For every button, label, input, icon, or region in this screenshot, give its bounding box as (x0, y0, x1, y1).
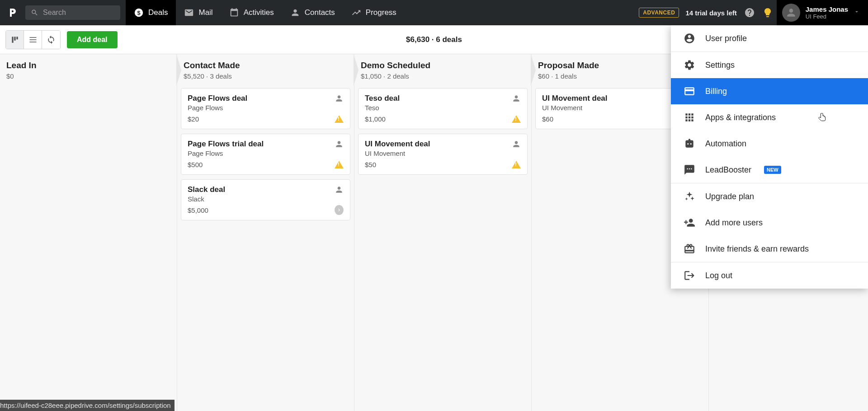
menu-item-billing[interactable]: Billing (671, 78, 868, 104)
menu-item-log-out[interactable]: Log out (671, 262, 868, 289)
menu-item-label: Upgrade plan (705, 192, 754, 201)
deal-organization: Page Flows (188, 149, 344, 157)
warning-icon (335, 115, 344, 123)
menu-item-add-more-users[interactable]: Add more users (671, 210, 868, 236)
person-icon (290, 8, 300, 18)
menu-item-apps-integrations[interactable]: Apps & integrations (671, 104, 868, 131)
owner-icon (335, 185, 344, 195)
trend-icon (351, 8, 361, 18)
menu-item-label: LeadBooster (705, 165, 751, 175)
deal-card[interactable]: UI Movement deal UI Movement $50 (358, 134, 528, 175)
card-icon (684, 85, 695, 97)
menu-item-upgrade-plan[interactable]: Upgrade plan (671, 183, 868, 210)
owner-icon (335, 140, 344, 149)
calendar-icon (229, 8, 239, 18)
deal-status[interactable] (335, 206, 344, 215)
avatar (782, 4, 800, 22)
sparkle-icon (684, 191, 695, 202)
deal-status[interactable] (512, 160, 521, 169)
help-button[interactable] (741, 7, 759, 18)
deal-card[interactable]: Slack deal Slack $5,000 (181, 179, 350, 220)
deal-value: $500 (188, 161, 203, 168)
main-nav: Deals Mail Activities Contacts Progress (126, 0, 405, 25)
mail-icon (184, 8, 194, 18)
forecast-view-button[interactable] (42, 31, 60, 49)
deal-title: Slack deal (188, 185, 344, 194)
search-input[interactable] (43, 9, 115, 17)
menu-item-leadbooster[interactable]: LeadBoosterNEW (671, 157, 868, 183)
cards-container: Page Flows deal Page Flows $20 Page Flow… (177, 84, 354, 224)
deal-title: UI Movement deal (365, 140, 521, 149)
nav-mail[interactable]: Mail (176, 0, 221, 25)
nav-deals[interactable]: Deals (126, 0, 176, 25)
list-view-button[interactable] (24, 31, 42, 49)
deal-card[interactable]: Page Flows trial deal Page Flows $500 (181, 134, 350, 175)
stage-name: Lead In (6, 61, 170, 70)
nav-progress[interactable]: Progress (343, 0, 405, 25)
owner-icon (512, 94, 522, 104)
stage-meta: $0 (6, 72, 170, 80)
deal-value: $50 (365, 161, 376, 168)
nav-label: Contacts (305, 8, 335, 17)
view-toggle (5, 30, 61, 49)
cards-container (0, 84, 177, 92)
chat-icon (684, 164, 695, 176)
gift-icon (684, 243, 695, 255)
refresh-icon (47, 35, 56, 44)
column-header: Demo Scheduled $1,050 · 2 deals (354, 54, 531, 84)
menu-item-invite-friends-earn-rewards[interactable]: Invite friends & earn rewards (671, 236, 868, 262)
menu-item-label: Log out (705, 271, 732, 280)
tips-button[interactable] (759, 7, 777, 18)
add-deal-button[interactable]: Add deal (67, 31, 118, 48)
pipeline-column: Contact Made $5,520 · 3 deals Page Flows… (177, 54, 354, 411)
deal-title: Page Flows deal (188, 94, 344, 103)
warning-icon (512, 115, 521, 123)
kanban-view-button[interactable] (6, 31, 24, 49)
nav-contacts[interactable]: Contacts (282, 0, 343, 25)
stage-meta: $5,520 · 3 deals (184, 72, 348, 80)
deal-value: $5,000 (188, 206, 208, 214)
stage-meta: $1,050 · 2 deals (361, 72, 525, 80)
menu-item-label: Billing (705, 87, 727, 96)
deal-organization: UI Movement (365, 149, 521, 157)
deal-status[interactable] (335, 114, 344, 123)
deal-status[interactable] (512, 114, 521, 123)
cards-container: Teso deal Teso $1,000 UI Movement deal U… (354, 84, 531, 178)
user-menu-trigger[interactable]: James Jonas UI Feed (777, 0, 868, 25)
deal-value: $1,000 (365, 115, 386, 123)
avatar-icon (785, 7, 797, 19)
new-badge: NEW (764, 166, 781, 174)
nav-activities[interactable]: Activities (221, 0, 282, 25)
robot-icon (684, 138, 695, 149)
trial-days-text[interactable]: 14 trial days left (685, 9, 736, 17)
search-box[interactable] (25, 5, 120, 20)
menu-item-label: Settings (705, 61, 735, 70)
menu-item-user-profile[interactable]: User profile (671, 25, 868, 51)
user-company: UI Feed (806, 13, 848, 20)
column-header: Contact Made $5,520 · 3 deals (177, 54, 354, 84)
deal-card[interactable]: Teso deal Teso $1,000 (358, 88, 528, 129)
chevron-down-icon (854, 9, 860, 17)
search-icon (31, 8, 38, 17)
deal-status[interactable] (335, 160, 344, 169)
menu-item-automation[interactable]: Automation (671, 131, 868, 157)
logo[interactable] (0, 7, 25, 18)
deal-card[interactable]: Page Flows deal Page Flows $20 (181, 88, 350, 129)
owner-icon (512, 140, 522, 149)
owner-icon (335, 94, 344, 104)
add-user-icon (684, 217, 695, 229)
menu-item-settings[interactable]: Settings (671, 52, 868, 78)
deal-title: Teso deal (365, 94, 521, 103)
pipeline-column: Lead In $0 (0, 54, 177, 411)
deal-organization: Page Flows (188, 104, 344, 112)
menu-item-label: Add more users (705, 218, 763, 228)
lightbulb-icon (762, 7, 773, 18)
grid-icon (684, 112, 695, 123)
gear-icon (684, 59, 695, 71)
logout-icon (684, 270, 695, 281)
nav-label: Deals (148, 8, 168, 17)
pipeline-column: Demo Scheduled $1,050 · 2 deals Teso dea… (354, 54, 532, 411)
user-name: James Jonas (806, 5, 848, 13)
top-navigation: Deals Mail Activities Contacts Progress … (0, 0, 868, 25)
warning-icon (335, 161, 344, 168)
